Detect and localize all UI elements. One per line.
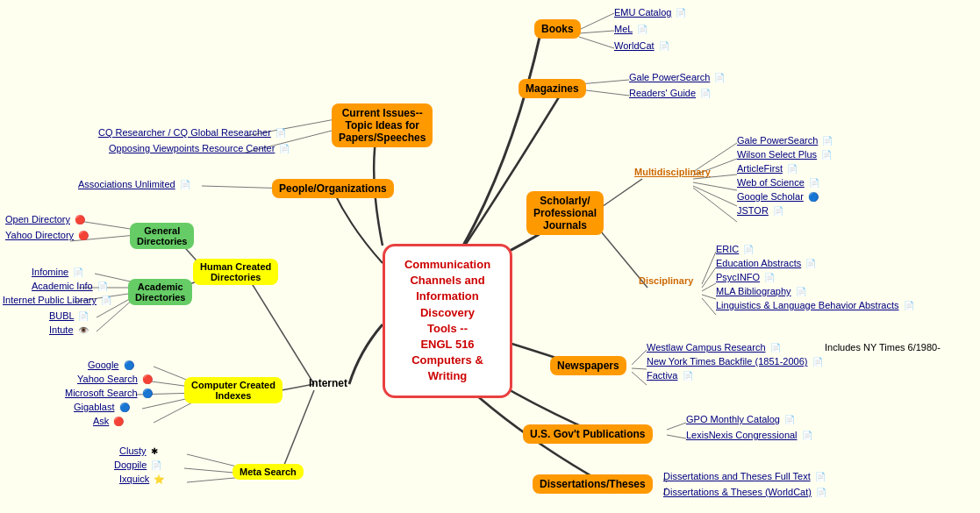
psycinfo-item[interactable]: PsycINFO 📄 <box>716 272 775 282</box>
worldcat-item[interactable]: WorldCat 📄 <box>614 40 669 51</box>
clusty-label[interactable]: Clusty <box>119 445 147 456</box>
assoc-unlimited-item[interactable]: Associations Unlimited 📄 <box>78 179 190 189</box>
mla-bibliography-label[interactable]: MLA Bibliography <box>716 286 791 296</box>
academic-info-item[interactable]: Academic Info 📄 <box>32 281 108 291</box>
ask-label[interactable]: Ask <box>93 416 109 426</box>
factiva-label[interactable]: Factiva <box>647 370 677 381</box>
web-of-science-item[interactable]: Web of Science 📄 <box>737 177 819 188</box>
open-directory-label[interactable]: Open Directory <box>5 214 70 224</box>
eric-label[interactable]: ERIC <box>716 244 739 254</box>
westlaw-item[interactable]: Westlaw Campus Research 📄 <box>647 342 781 353</box>
mla-bibliography-item[interactable]: MLA Bibliography 📄 <box>716 286 806 296</box>
emu-catalog-icon: 📄 <box>676 8 686 18</box>
google-scholar-item[interactable]: Google Scholar 🔵 <box>737 191 819 202</box>
articlefirst-item[interactable]: ArticleFirst 📄 <box>737 163 798 174</box>
yahoo-directory-label[interactable]: Yahoo Directory <box>5 230 74 240</box>
multidisc-node: Multidisciplinary <box>634 167 711 177</box>
open-directory-item[interactable]: Open Directory 🔴 <box>5 214 85 224</box>
dogpile-label[interactable]: Dogpile <box>114 460 147 470</box>
mel-label[interactable]: MeL <box>614 24 633 34</box>
ask-item[interactable]: Ask 🔴 <box>93 416 124 426</box>
academic-info-label[interactable]: Academic Info <box>32 281 93 291</box>
usgov-node: U.S. Gov't Publications <box>523 424 653 444</box>
svg-line-39 <box>579 80 629 84</box>
svg-line-33 <box>702 283 716 291</box>
gale-power-schol-label[interactable]: Gale PowerSearch <box>737 135 818 146</box>
gpo-monthly-item[interactable]: GPO Monthly Catalog 📄 <box>686 414 795 424</box>
gale-power-mag-label[interactable]: Gale PowerSearch <box>629 72 710 82</box>
wilson-select-item[interactable]: Wilson Select Plus 📄 <box>737 149 832 160</box>
readers-guide-label[interactable]: Readers' Guide <box>629 88 696 98</box>
internet-label: Internet <box>309 377 347 389</box>
nytimes-back-label[interactable]: New York Times Backfile (1851-2006) <box>647 356 807 367</box>
infomine-item[interactable]: Infomine 📄 <box>32 267 83 277</box>
gpo-monthly-label[interactable]: GPO Monthly Catalog <box>686 414 780 424</box>
google-scholar-label[interactable]: Google Scholar <box>737 191 804 202</box>
jstor-item[interactable]: JSTOR 📄 <box>737 205 783 216</box>
general-dir-label: GeneralDirectories <box>130 223 194 249</box>
mel-item[interactable]: MeL 📄 <box>614 24 647 34</box>
intute-item[interactable]: Intute 👁️ <box>49 324 89 335</box>
svg-line-4 <box>281 390 314 474</box>
ixquick-item[interactable]: Ixquick ⭐ <box>119 474 164 484</box>
linguistics-item[interactable]: Linguistics & Language Behavior Abstract… <box>716 300 914 310</box>
intute-label[interactable]: Intute <box>49 324 74 335</box>
wilson-select-label[interactable]: Wilson Select Plus <box>737 149 817 160</box>
ixquick-label[interactable]: Ixquick <box>119 474 149 484</box>
internet-public-item[interactable]: Internet Public Library 📄 <box>3 295 111 305</box>
opposing-label[interactable]: Opposing Viewpoints Resource Center <box>109 143 275 153</box>
psycinfo-label[interactable]: PsycINFO <box>716 272 760 282</box>
microsoft-search-label[interactable]: Microsoft Search <box>65 388 138 398</box>
gigablast-item[interactable]: Gigablast 🔵 <box>74 402 130 412</box>
internet-public-label[interactable]: Internet Public Library <box>3 295 97 305</box>
clusty-item[interactable]: Clusty ✱ <box>119 445 158 456</box>
svg-line-42 <box>632 368 647 369</box>
opposing-item[interactable]: Opposing Viewpoints Resource Center 📄 <box>109 143 290 153</box>
dissertations-worldcat-item[interactable]: Dissertations & Theses (WorldCat) 📄 <box>663 487 826 497</box>
academic-dir-label: AcademicDirectories <box>128 279 192 305</box>
linguistics-label[interactable]: Linguistics & Language Behavior Abstract… <box>716 300 899 310</box>
ed-abstracts-label[interactable]: Education Abstracts <box>716 258 801 268</box>
gale-power-schol-item[interactable]: Gale PowerSearch 📄 <box>737 135 833 146</box>
lexisnexis-label[interactable]: LexisNexis Congressional <box>686 430 798 440</box>
dogpile-item[interactable]: Dogpile 📄 <box>114 460 161 470</box>
bubl-label[interactable]: BUBL <box>49 310 74 321</box>
yahoo-search-label[interactable]: Yahoo Search <box>77 374 138 384</box>
cq-researcher-label[interactable]: CQ Researcher / CQ Global Researcher <box>98 127 271 138</box>
dissertations-worldcat-label[interactable]: Dissertations & Theses (WorldCat) <box>663 487 812 497</box>
eric-item[interactable]: ERIC 📄 <box>716 244 754 254</box>
svg-line-30 <box>693 188 737 222</box>
articlefirst-label[interactable]: ArticleFirst <box>737 163 783 174</box>
google-idx-label[interactable]: Google <box>88 360 118 370</box>
readers-guide-item[interactable]: Readers' Guide 📄 <box>629 88 711 98</box>
human-created-label: Human CreatedDirectories <box>193 259 278 285</box>
ed-abstracts-item[interactable]: Education Abstracts 📄 <box>716 258 816 268</box>
emu-catalog-label[interactable]: EMU Catalog <box>614 7 671 18</box>
nytimes-back-item[interactable]: New York Times Backfile (1851-2006) 📄 <box>647 356 823 367</box>
gigablast-label[interactable]: Gigablast <box>74 402 114 412</box>
svg-line-5 <box>79 221 136 230</box>
yahoo-search-item[interactable]: Yahoo Search 🔴 <box>77 374 153 384</box>
worldcat-label[interactable]: WorldCat <box>614 40 655 51</box>
westlaw-label[interactable]: Westlaw Campus Research <box>647 342 766 353</box>
lexisnexis-item[interactable]: LexisNexis Congressional 📄 <box>686 430 812 440</box>
newspapers-label: Newspapers <box>550 356 626 375</box>
bubl-item[interactable]: BUBL 📄 <box>49 310 89 321</box>
google-idx-item[interactable]: Google 🔵 <box>88 360 134 370</box>
center-node: Communication Channels and Information D… <box>383 244 512 398</box>
infomine-label[interactable]: Infomine <box>32 267 68 277</box>
cq-researcher-item[interactable]: CQ Researcher / CQ Global Researcher 📄 <box>98 127 286 138</box>
factiva-item[interactable]: Factiva 📄 <box>647 370 693 381</box>
gale-power-mag-item[interactable]: Gale PowerSearch 📄 <box>629 72 725 82</box>
jstor-label[interactable]: JSTOR <box>737 205 769 216</box>
yahoo-directory-item[interactable]: Yahoo Directory 🔴 <box>5 230 89 240</box>
assoc-unlimited-label[interactable]: Associations Unlimited <box>78 179 175 189</box>
multidisc-label: Multidisciplinary <box>634 167 711 177</box>
svg-line-38 <box>579 37 614 48</box>
dissertations-full-item[interactable]: Dissertations and Theses Full Text 📄 <box>663 471 826 481</box>
microsoft-search-item[interactable]: Microsoft Search 🔵 <box>65 388 153 398</box>
books-node: Books <box>534 19 581 39</box>
dissertations-full-label[interactable]: Dissertations and Theses Full Text <box>663 471 811 481</box>
emu-catalog-item[interactable]: EMU Catalog 📄 <box>614 7 686 18</box>
web-of-science-label[interactable]: Web of Science <box>737 177 805 188</box>
